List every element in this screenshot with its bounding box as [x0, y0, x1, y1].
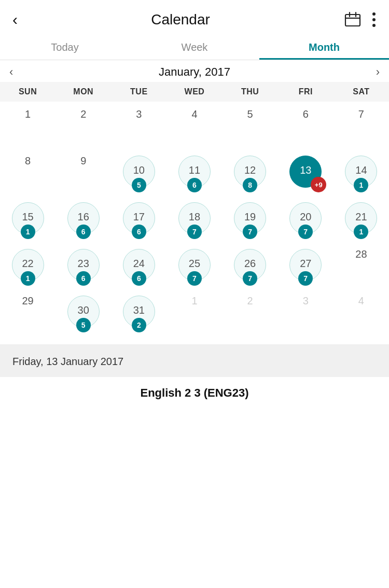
- calendar-cell[interactable]: 13+9: [278, 150, 334, 197]
- calendar-cell[interactable]: 6: [278, 104, 334, 150]
- calendar-icon-button[interactable]: [343, 10, 362, 29]
- day-circle-wrap: 236: [67, 249, 100, 281]
- day-number: 9: [80, 156, 86, 166]
- event-circle: 197: [234, 202, 266, 234]
- footer-text: English 2 3 (ENG23): [140, 386, 248, 399]
- calendar-cell[interactable]: 3: [278, 290, 334, 337]
- calendar-cell[interactable]: 29: [0, 290, 55, 337]
- day-number: 17: [133, 212, 145, 222]
- calendar-cell[interactable]: 9: [55, 150, 111, 197]
- event-circle: 246: [123, 249, 155, 281]
- calendar-cell[interactable]: 2: [223, 290, 278, 337]
- calendar-cell[interactable]: 211: [334, 197, 389, 244]
- svg-point-6: [372, 24, 376, 27]
- calendar-cell[interactable]: 166: [55, 197, 111, 244]
- event-badge: 6: [132, 225, 146, 239]
- calendar-cell[interactable]: 236: [55, 244, 111, 290]
- day-header-sun: SUN: [0, 87, 55, 96]
- event-circle: 236: [67, 249, 100, 281]
- event-badge: 5: [132, 178, 146, 192]
- calendar-cell[interactable]: 176: [111, 197, 166, 244]
- calendar-cell[interactable]: 187: [166, 197, 222, 244]
- event-circle: 257: [178, 249, 211, 281]
- event-badge: 7: [298, 225, 313, 239]
- day-circle-wrap: 13+9: [289, 156, 322, 188]
- day-number: 3: [303, 296, 309, 306]
- event-badge: 6: [76, 225, 91, 239]
- calendar-cell[interactable]: 1: [166, 290, 222, 337]
- event-circle: 305: [67, 296, 100, 328]
- day-circle-wrap: 116: [178, 156, 211, 188]
- calendar-cell[interactable]: 116: [166, 150, 222, 197]
- day-number: 14: [355, 165, 367, 175]
- calendar-cell[interactable]: 2: [55, 104, 111, 150]
- day-circle-wrap: 151: [12, 202, 44, 234]
- calendar-cell[interactable]: 221: [0, 244, 55, 290]
- calendar-cell[interactable]: 128: [223, 150, 278, 197]
- calendar-cell[interactable]: 4: [166, 104, 222, 150]
- calendar-cell[interactable]: 257: [166, 244, 222, 290]
- back-arrow-icon: ‹: [12, 12, 18, 27]
- calendar-cell[interactable]: 3: [111, 104, 166, 150]
- event-circle: 207: [289, 202, 322, 234]
- day-headers: SUN MON TUE WED THU FRI SAT: [0, 82, 389, 102]
- today-circle: 13+9: [289, 156, 322, 188]
- day-number: 16: [78, 212, 89, 222]
- prev-month-button[interactable]: ‹: [0, 62, 22, 82]
- calendar-cell[interactable]: 207: [278, 197, 334, 244]
- day-circle-wrap: 207: [289, 202, 322, 234]
- selected-date-text: Friday, 13 January 2017: [12, 356, 123, 367]
- calendar-cell[interactable]: 4: [334, 290, 389, 337]
- page-title: Calendar: [151, 11, 210, 28]
- day-number: 2: [80, 109, 86, 119]
- day-circle-wrap: 176: [123, 202, 155, 234]
- day-number: 3: [136, 109, 142, 119]
- next-month-button[interactable]: ›: [367, 62, 389, 82]
- day-circle-wrap: 211: [345, 202, 377, 234]
- event-circle: 128: [234, 156, 266, 188]
- event-circle: 221: [12, 249, 44, 281]
- calendar-cell[interactable]: 1: [0, 104, 55, 150]
- tab-today[interactable]: Today: [0, 34, 130, 60]
- more-options-button[interactable]: [371, 10, 377, 29]
- calendar-cell[interactable]: 197: [223, 197, 278, 244]
- calendar-cell[interactable]: 312: [111, 290, 166, 337]
- calendar-cell[interactable]: 5: [223, 104, 278, 150]
- calendar-cell[interactable]: 277: [278, 244, 334, 290]
- day-number: 24: [133, 258, 145, 269]
- day-circle-wrap: 267: [234, 249, 266, 281]
- svg-point-5: [372, 18, 376, 21]
- day-header-sat: SAT: [334, 87, 389, 96]
- tab-month[interactable]: Month: [259, 34, 389, 60]
- calendar-grid: 12345678910511612813+9141151166176187197…: [0, 102, 389, 339]
- calendar-cell[interactable]: 105: [111, 150, 166, 197]
- calendar-cell[interactable]: 267: [223, 244, 278, 290]
- event-badge: 7: [187, 271, 202, 286]
- day-circle-wrap: 257: [178, 249, 211, 281]
- calendar-cell[interactable]: 7: [334, 104, 389, 150]
- tab-week[interactable]: Week: [130, 34, 259, 60]
- event-badge: 1: [21, 271, 35, 286]
- day-circle-wrap: 166: [67, 202, 100, 234]
- day-number: 20: [300, 212, 311, 222]
- day-circle-wrap: 277: [289, 249, 322, 281]
- header: ‹ Calendar: [0, 0, 389, 34]
- calendar-cell[interactable]: 28: [334, 244, 389, 290]
- calendar-cell[interactable]: 141: [334, 150, 389, 197]
- month-navigation: ‹ January, 2017 ›: [0, 60, 389, 82]
- event-badge: 6: [76, 271, 91, 286]
- calendar-cell[interactable]: 305: [55, 290, 111, 337]
- event-badge: 1: [21, 225, 35, 239]
- back-button[interactable]: ‹: [12, 12, 18, 27]
- calendar-cell[interactable]: 151: [0, 197, 55, 244]
- day-circle-wrap: 128: [234, 156, 266, 188]
- event-badge: 6: [132, 271, 146, 286]
- event-circle: 267: [234, 249, 266, 281]
- day-number: 15: [22, 212, 33, 222]
- calendar-cell[interactable]: 8: [0, 150, 55, 197]
- event-badge: 1: [354, 225, 368, 239]
- day-circle-wrap: 197: [234, 202, 266, 234]
- event-badge: 7: [187, 225, 202, 239]
- footer: English 2 3 (ENG23): [0, 377, 389, 409]
- calendar-cell[interactable]: 246: [111, 244, 166, 290]
